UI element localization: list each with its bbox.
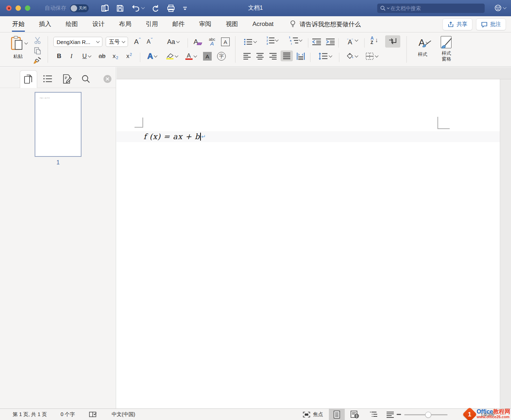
align-center-button[interactable] <box>255 51 265 61</box>
paste-label: 粘贴 <box>8 53 28 60</box>
document-page[interactable]: f (x) = ax + b↵ <box>116 79 500 408</box>
paste-menu-chevron-icon[interactable] <box>24 41 28 44</box>
cut-button[interactable] <box>32 35 43 45</box>
equation-text[interactable]: f (x) = ax + b <box>144 132 200 141</box>
tab-insert[interactable]: 插入 <box>32 16 58 32</box>
shrink-font-button[interactable]: Aˇ <box>144 37 155 47</box>
font-color-button[interactable]: A <box>182 51 199 61</box>
sidebar-tab-review[interactable] <box>58 70 76 88</box>
decrease-indent-button[interactable] <box>311 37 322 47</box>
clear-formatting-button[interactable]: A <box>191 37 204 47</box>
proofing-icon[interactable] <box>89 411 98 418</box>
enclose-characters-button[interactable]: 字 <box>216 51 227 61</box>
increase-indent-icon <box>326 38 335 45</box>
minimize-window-button[interactable] <box>16 5 21 11</box>
save-icon[interactable] <box>116 4 124 12</box>
feedback-chevron-icon <box>503 5 507 9</box>
tab-review[interactable]: 审阅 <box>192 16 219 32</box>
draft-view-button[interactable] <box>382 409 398 420</box>
numbering-button[interactable]: 123 <box>262 35 283 45</box>
sidebar-tab-search[interactable] <box>77 70 94 88</box>
feedback-menu[interactable] <box>494 4 506 12</box>
search-box[interactable] <box>377 4 485 13</box>
tab-draw[interactable]: 绘图 <box>58 16 85 32</box>
sort-button[interactable]: AZ ↓ <box>367 35 382 45</box>
borders-button[interactable] <box>362 51 381 61</box>
text-cursor <box>200 133 201 141</box>
format-painter-button[interactable] <box>32 56 43 66</box>
shading-button[interactable] <box>343 51 360 61</box>
multilevel-list-button[interactable]: 1ai <box>285 35 306 45</box>
new-from-template-icon[interactable] <box>101 4 109 12</box>
zoom-window-button[interactable] <box>25 5 30 11</box>
subscript-button[interactable]: x2 <box>110 51 121 61</box>
page-thumbnail[interactable]: f (x) = ax + b <box>35 92 82 157</box>
font-name-select[interactable]: DengXian R... <box>53 37 102 47</box>
comments-button[interactable]: 批注 <box>476 18 506 30</box>
highlight-button[interactable] <box>163 51 180 61</box>
scrollbar-track[interactable] <box>500 79 511 408</box>
paste-button[interactable] <box>8 35 30 52</box>
zoom-out-button[interactable] <box>397 414 401 415</box>
focus-mode-button[interactable]: 焦点 <box>303 409 323 420</box>
superscript-button[interactable]: x2 <box>123 51 135 61</box>
change-case-button[interactable]: Aa <box>164 37 182 47</box>
close-window-button[interactable] <box>6 5 12 11</box>
tell-me-box[interactable]: 请告诉我您想要做什么 <box>290 20 361 28</box>
tab-home[interactable]: 开始 <box>5 16 32 32</box>
align-left-button[interactable] <box>242 51 252 61</box>
asian-layout-button[interactable]: ←→ A <box>342 35 362 45</box>
sidebar-tab-headings[interactable] <box>39 70 56 88</box>
zoom-slider-thumb[interactable] <box>425 412 431 418</box>
show-formatting-marks-button[interactable] <box>385 35 400 48</box>
justify-button[interactable] <box>281 50 293 61</box>
tab-acrobat[interactable]: Acrobat <box>245 16 281 32</box>
autosave-toggle[interactable]: 关闭 <box>70 4 89 12</box>
search-scope-chevron-icon[interactable] <box>387 6 389 9</box>
undo-menu-chevron-icon[interactable] <box>141 6 145 9</box>
sidebar-close-button[interactable] <box>103 75 111 83</box>
share-button[interactable]: 共享 <box>442 18 472 30</box>
undo-button[interactable] <box>131 4 144 12</box>
phonetic-guide-button[interactable]: abc A <box>206 35 219 48</box>
print-layout-view-button[interactable] <box>329 409 345 420</box>
page-indicator[interactable]: 第 1 页, 共 1 页 <box>13 411 47 418</box>
font-size-select[interactable]: 五号 <box>106 37 128 47</box>
distribute-text-button[interactable] <box>295 51 307 61</box>
web-layout-view-button[interactable] <box>347 409 363 420</box>
print-icon[interactable] <box>167 4 175 12</box>
tab-design[interactable]: 设计 <box>85 16 112 32</box>
language-indicator[interactable]: 中文(中国) <box>112 411 135 418</box>
align-center-icon <box>256 53 264 60</box>
underline-button[interactable]: U <box>79 51 94 61</box>
tab-layout[interactable]: 布局 <box>112 16 138 32</box>
zoom-slider[interactable] <box>404 414 448 415</box>
word-count[interactable]: 0 个字 <box>61 411 75 418</box>
text-effects-button[interactable]: A <box>144 51 161 61</box>
align-right-button[interactable] <box>268 51 278 61</box>
increase-indent-button[interactable] <box>325 37 336 47</box>
tab-references[interactable]: 引用 <box>138 16 165 32</box>
styles-pane-button[interactable] <box>438 35 455 50</box>
character-border-button[interactable]: A <box>220 37 231 47</box>
bullets-button[interactable] <box>240 37 260 47</box>
tab-view[interactable]: 视图 <box>219 16 245 32</box>
search-input[interactable] <box>391 5 482 11</box>
redo-icon[interactable] <box>151 4 159 12</box>
strikethrough-button[interactable]: ab <box>96 51 108 61</box>
italic-button[interactable]: I <box>66 51 76 61</box>
tab-mailings[interactable]: 邮件 <box>165 16 192 32</box>
customize-toolbar-icon[interactable] <box>182 6 188 11</box>
borders-chevron-icon <box>375 54 378 57</box>
sidebar-tab-thumbnails[interactable] <box>20 70 37 88</box>
outline-view-button[interactable] <box>366 409 382 420</box>
line-spacing-button[interactable] <box>315 51 335 61</box>
grow-font-button[interactable]: Aˆ <box>132 37 143 47</box>
equation-line[interactable]: f (x) = ax + b↵ <box>116 131 500 142</box>
bullets-chevron-icon <box>253 39 257 43</box>
bold-button[interactable]: B <box>54 51 64 61</box>
copy-button[interactable] <box>32 46 43 56</box>
character-shading-button[interactable]: A <box>202 51 213 61</box>
ribbon-tabs: 开始 插入 绘图 设计 布局 引用 邮件 审阅 视图 Acrobat 请告诉我您… <box>0 16 511 32</box>
styles-button[interactable]: A <box>413 35 435 50</box>
